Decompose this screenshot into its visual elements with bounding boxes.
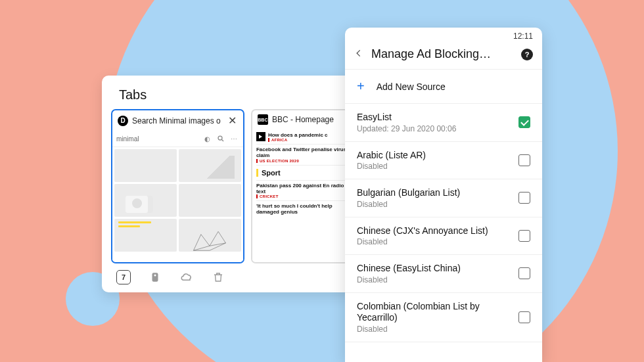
tabs-body: D Search Minimal images o ✕ minimal ◐ ⋯ <box>102 109 365 263</box>
tab-header: BBC BBC - Homepage <box>252 110 354 129</box>
tab-count: 7 <box>116 270 131 284</box>
source-status: Disabled <box>357 162 512 171</box>
image-thumb <box>114 219 177 252</box>
source-status: Disabled <box>357 200 512 209</box>
source-status: Disabled <box>357 325 512 334</box>
checkbox-icon[interactable] <box>518 311 530 323</box>
news-tag: US ELECTION 2020 <box>256 159 350 163</box>
source-row[interactable]: Arabic (Liste AR) Disabled <box>345 142 542 180</box>
checkbox-icon[interactable] <box>518 154 530 166</box>
source-name: Chinese (EasyList China) <box>357 263 512 275</box>
tab-header: D Search Minimal images o ✕ <box>112 110 243 131</box>
source-name: EasyList <box>357 112 512 124</box>
source-row[interactable]: EasyList Updated: 29 Jun 2020 00:06 <box>345 104 542 142</box>
svg-line-1 <box>221 140 223 142</box>
source-row[interactable]: Colombian (Colombian List by Yecarrillo)… <box>345 293 542 342</box>
tabs-toolbar: 7 <box>102 263 365 292</box>
search-term: minimal <box>116 135 200 143</box>
news-item: Sport <box>256 166 350 181</box>
source-name: Colombian (Colombian List by Yecarrillo) <box>357 301 512 324</box>
more-icon: ⋯ <box>229 133 239 144</box>
clock: 12:11 <box>513 32 533 41</box>
status-bar: 12:11 <box>345 28 542 42</box>
add-source-label: Add New Source <box>377 81 446 92</box>
image-thumb <box>179 149 241 182</box>
search-icon <box>216 133 226 144</box>
trash-button[interactable] <box>210 269 227 286</box>
add-source-button[interactable]: + Add New Source <box>345 69 542 104</box>
settings-panel: 12:11 Manage Ad Blocking… ? + Add New So… <box>345 28 542 362</box>
news-headline: Facebook and Twitter penalise virus clai… <box>256 147 350 158</box>
news-tag: AFRICA <box>268 138 328 142</box>
news-item: How does a pandemic c AFRICA <box>256 130 350 145</box>
source-name: Chinese (CJX's Annoyance List) <box>357 225 512 237</box>
sport-section-label: Sport <box>256 169 350 177</box>
news-tag: CRICKET <box>256 194 350 198</box>
key-button[interactable] <box>147 269 164 286</box>
back-button[interactable] <box>354 49 363 60</box>
play-icon <box>256 132 265 141</box>
tabs-window: Tabs D Search Minimal images o ✕ minimal… <box>102 76 365 292</box>
tab-title: BBC - Homepage <box>272 115 349 124</box>
source-row[interactable]: Bulgarian (Bulgarian List) Disabled <box>345 179 542 217</box>
source-name: Arabic (Liste AR) <box>357 150 512 162</box>
image-thumb <box>114 149 177 182</box>
favicon-d-icon: D <box>118 116 128 126</box>
image-thumb <box>179 184 241 217</box>
image-thumb <box>114 184 177 217</box>
source-status: Disabled <box>357 275 512 284</box>
image-thumb <box>179 219 241 252</box>
tab-count-button[interactable]: 7 <box>115 269 132 286</box>
checkbox-icon[interactable] <box>518 230 530 242</box>
source-list: EasyList Updated: 29 Jun 2020 00:06 Arab… <box>345 104 542 362</box>
help-icon[interactable]: ? <box>521 49 533 60</box>
cloud-button[interactable] <box>178 269 195 286</box>
globe-icon: ◐ <box>202 133 213 144</box>
source-row[interactable]: Chinese (EasyList China) Disabled <box>345 255 542 293</box>
checkbox-checked-icon[interactable] <box>518 116 530 128</box>
tab-preview: minimal ◐ ⋯ <box>112 131 243 262</box>
tab-preview: How does a pandemic c AFRICA Facebook an… <box>252 129 354 262</box>
checkbox-icon[interactable] <box>518 267 530 279</box>
svg-rect-2 <box>152 273 158 282</box>
plus-icon: + <box>357 79 365 94</box>
page-title: Manage Ad Blocking… <box>371 47 513 61</box>
tabs-title: Tabs <box>102 76 365 109</box>
settings-header: Manage Ad Blocking… ? <box>345 42 542 69</box>
search-bar: minimal ◐ ⋯ <box>112 131 243 147</box>
news-headline: How does a pandemic c <box>268 132 328 138</box>
favicon-bbc-icon: BBC <box>258 114 268 125</box>
image-grid <box>112 147 243 254</box>
checkbox-icon[interactable] <box>518 192 530 204</box>
close-tab-button[interactable]: ✕ <box>227 114 238 127</box>
svg-point-0 <box>218 136 222 140</box>
news-headline: Pakistan pass 200 against En radio & tex… <box>256 183 350 194</box>
news-item: Pakistan pass 200 against En radio & tex… <box>256 181 350 201</box>
source-name: Bulgarian (Bulgarian List) <box>357 187 512 199</box>
source-status: Disabled <box>357 237 512 246</box>
tab-item[interactable]: BBC BBC - Homepage How does a pandemic c… <box>251 109 356 263</box>
news-item: Facebook and Twitter penalise virus clai… <box>256 145 350 165</box>
news-item: 'It hurt so much I couldn't help damaged… <box>256 201 350 217</box>
source-status: Updated: 29 Jun 2020 00:06 <box>357 124 512 133</box>
tab-title: Search Minimal images o <box>132 116 223 125</box>
news-headline: 'It hurt so much I couldn't help damaged… <box>256 203 350 215</box>
source-row[interactable]: Chinese (CJX's Annoyance List) Disabled <box>345 217 542 256</box>
tab-item-active[interactable]: D Search Minimal images o ✕ minimal ◐ ⋯ <box>111 109 244 263</box>
svg-point-3 <box>154 275 156 277</box>
